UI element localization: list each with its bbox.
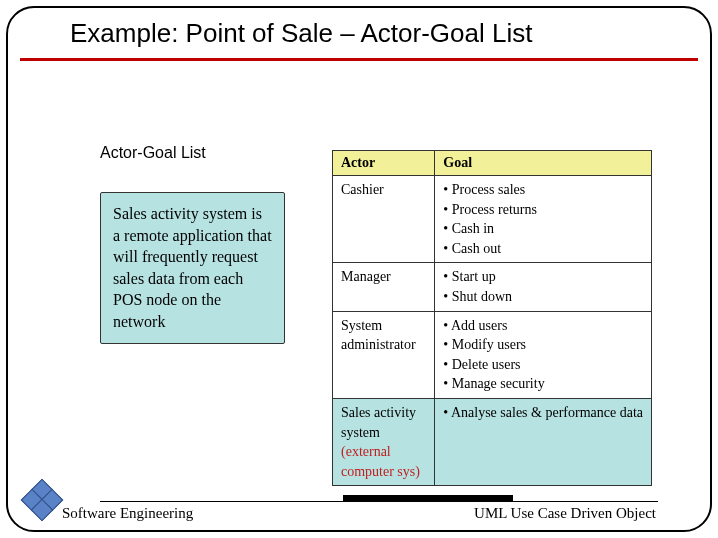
footer-accent-bar: [343, 495, 513, 501]
goal-item: • Analyse sales & performance data: [443, 403, 643, 423]
goal-item: • Shut down: [443, 287, 643, 307]
goal-item: • Process sales: [443, 180, 643, 200]
actor-cell: Cashier: [333, 176, 435, 263]
footer-left-text: Software Engineering: [60, 505, 195, 522]
footer-divider: [100, 501, 658, 502]
actor-goal-table: Actor Goal Cashier• Process sales• Proce…: [332, 150, 652, 486]
footer-right-text: UML Use Case Driven Object: [472, 505, 658, 522]
header-actor: Actor: [333, 151, 435, 176]
goal-cell: • Add users• Modify users• Delete users•…: [435, 311, 652, 398]
goal-item: • Modify users: [443, 335, 643, 355]
goal-item: • Cash out: [443, 239, 643, 259]
left-column: Actor-Goal List Sales activity system is…: [100, 150, 310, 344]
table-header-row: Actor Goal: [333, 151, 652, 176]
slide-title: Example: Point of Sale – Actor-Goal List: [70, 18, 678, 49]
header-goal: Goal: [435, 151, 652, 176]
callout-note: Sales activity system is a remote applic…: [100, 192, 285, 344]
goal-item: • Manage security: [443, 374, 643, 394]
table-row: Cashier• Process sales• Process returns•…: [333, 176, 652, 263]
actor-cell: Manager: [333, 263, 435, 311]
goal-cell: • Analyse sales & performance data: [435, 398, 652, 485]
actor-ext-label: (external computer sys): [341, 444, 420, 479]
goal-cell: • Start up• Shut down: [435, 263, 652, 311]
content-area: Actor-Goal List Sales activity system is…: [100, 150, 658, 486]
footer: Software Engineering UML Use Case Driven…: [60, 505, 658, 522]
goal-item: • Delete users: [443, 355, 643, 375]
subtitle: Actor-Goal List: [100, 144, 310, 162]
goal-item: • Add users: [443, 316, 643, 336]
logo-icon: [22, 480, 62, 520]
goal-cell: • Process sales• Process returns• Cash i…: [435, 176, 652, 263]
table-row: Sales activity system(external computer …: [333, 398, 652, 485]
actor-cell: Sales activity system(external computer …: [333, 398, 435, 485]
actor-cell: System administrator: [333, 311, 435, 398]
title-underline: [20, 58, 698, 61]
table-row: System administrator• Add users• Modify …: [333, 311, 652, 398]
goal-item: • Process returns: [443, 200, 643, 220]
goal-item: • Start up: [443, 267, 643, 287]
table-row: Manager• Start up• Shut down: [333, 263, 652, 311]
goal-item: • Cash in: [443, 219, 643, 239]
